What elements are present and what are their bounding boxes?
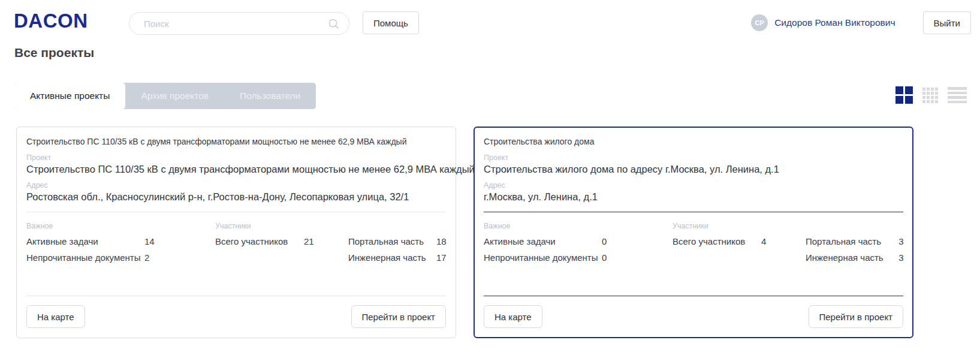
project-stats: Важное Участники Активные задачи 14 Всег… bbox=[26, 222, 446, 263]
portal-part-label: Портальная часть bbox=[348, 236, 426, 246]
address-field-label: Адрес bbox=[26, 181, 446, 189]
card-footer: На карте Перейти в проект bbox=[484, 287, 903, 328]
engineering-part-label: Инженерная часть bbox=[806, 252, 883, 263]
list-view-icon[interactable] bbox=[948, 87, 967, 103]
view-switcher bbox=[895, 86, 967, 104]
unread-docs-label: Непрочитанные документы bbox=[484, 252, 602, 263]
total-participants-label: Всего участников bbox=[673, 236, 761, 246]
address-field-value: г.Москва, ул. Ленина, д.1 bbox=[484, 191, 903, 203]
unread-docs-value: 0 bbox=[602, 252, 673, 263]
engineering-part-value: 3 bbox=[883, 252, 904, 263]
app-logo[interactable]: DACON bbox=[14, 10, 88, 32]
search-icon bbox=[328, 18, 339, 29]
open-project-button[interactable]: Перейти в проект bbox=[809, 305, 904, 328]
divider bbox=[26, 212, 446, 212]
total-participants-value: 21 bbox=[304, 236, 348, 246]
project-card[interactable]: Строительства жилого дома Проект Строите… bbox=[474, 127, 913, 338]
open-project-button[interactable]: Перейти в проект bbox=[351, 305, 447, 328]
participants-section-label: Участники bbox=[215, 222, 447, 230]
page: DACON Помощь СР Сидоров Роман Викторович… bbox=[0, 0, 980, 352]
help-button[interactable]: Помощь bbox=[363, 11, 419, 34]
tab-bar: Активные проекты Архив проектов Пользова… bbox=[14, 83, 316, 109]
unread-docs-value: 2 bbox=[144, 252, 215, 263]
tab-active-projects[interactable]: Активные проекты bbox=[14, 83, 125, 109]
card-footer: На карте Перейти в проект bbox=[26, 287, 446, 328]
tab-users[interactable]: Пользователи bbox=[224, 83, 316, 109]
tab-archive-projects[interactable]: Архив проектов bbox=[125, 83, 224, 109]
project-field-value: Строительство ПС 110/35 кВ с двумя транс… bbox=[26, 164, 446, 175]
project-field-label: Проект bbox=[26, 154, 446, 162]
important-section-label: Важное bbox=[484, 222, 673, 230]
address-field-value: Ростовская обл., Красносулинский р-н, г.… bbox=[26, 191, 446, 203]
address-field-label: Адрес bbox=[484, 181, 903, 189]
total-participants-label: Всего участников bbox=[215, 236, 304, 246]
project-card[interactable]: Строительство ПС 110/35 кВ с двумя транс… bbox=[16, 127, 456, 338]
important-section-label: Важное bbox=[26, 222, 215, 230]
map-button[interactable]: На карте bbox=[26, 305, 85, 328]
grid-small-view-icon[interactable] bbox=[922, 88, 938, 103]
project-field-value: Строительства жилого дома по адресу г.Мо… bbox=[484, 164, 903, 175]
active-tasks-value: 0 bbox=[602, 236, 673, 246]
divider bbox=[484, 296, 903, 296]
portal-part-value: 18 bbox=[426, 236, 447, 246]
project-stats: Важное Участники Активные задачи 0 Всего… bbox=[484, 222, 903, 263]
project-field-label: Проект bbox=[484, 154, 903, 162]
project-cards: Строительство ПС 110/35 кВ с двумя транс… bbox=[16, 127, 913, 338]
engineering-part-label: Инженерная часть bbox=[348, 252, 426, 263]
avatar[interactable]: СР bbox=[751, 14, 768, 31]
project-card-title: Строительство ПС 110/35 кВ с двумя транс… bbox=[26, 137, 446, 146]
user-area: СР Сидоров Роман Викторович Выйти bbox=[751, 11, 971, 34]
user-name[interactable]: Сидоров Роман Викторович bbox=[774, 17, 895, 28]
active-tasks-label: Активные задачи bbox=[484, 236, 602, 246]
unread-docs-label: Непрочитанные документы bbox=[26, 252, 144, 263]
active-tasks-value: 14 bbox=[144, 236, 215, 246]
page-title: Все проекты bbox=[14, 46, 94, 60]
search-box[interactable] bbox=[129, 12, 349, 35]
total-participants-value: 4 bbox=[761, 236, 806, 246]
portal-part-value: 3 bbox=[883, 236, 904, 246]
engineering-part-value: 17 bbox=[426, 252, 447, 263]
search-input[interactable] bbox=[143, 18, 328, 29]
active-tasks-label: Активные задачи bbox=[26, 236, 144, 246]
project-card-title: Строительства жилого дома bbox=[484, 137, 903, 146]
divider bbox=[26, 296, 446, 296]
grid-large-view-icon[interactable] bbox=[895, 86, 913, 104]
divider bbox=[484, 212, 903, 212]
map-button[interactable]: На карте bbox=[484, 305, 542, 328]
logout-button[interactable]: Выйти bbox=[923, 11, 971, 34]
portal-part-label: Портальная часть bbox=[806, 236, 883, 246]
participants-section-label: Участники bbox=[673, 222, 904, 230]
